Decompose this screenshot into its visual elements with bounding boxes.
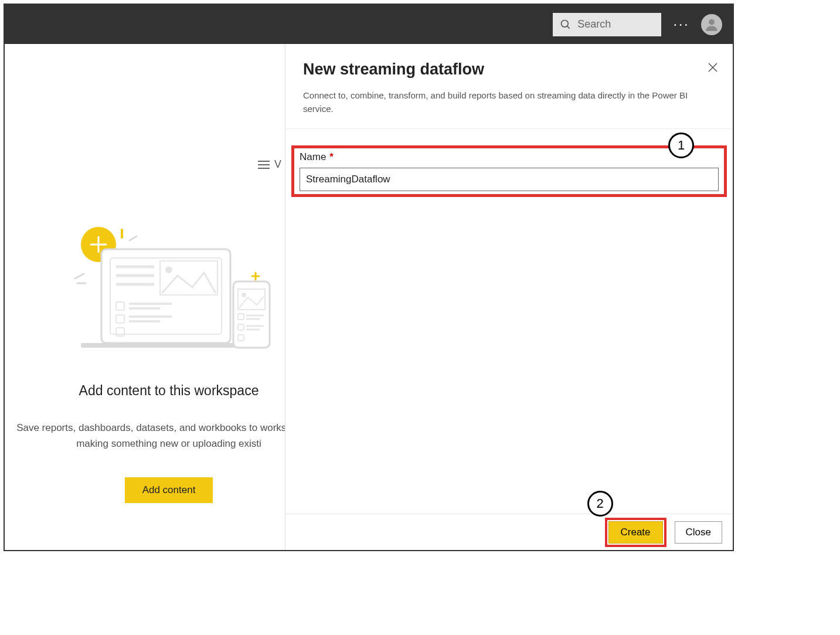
close-icon [707,62,719,73]
empty-state-title: Add content to this workspace [79,383,259,399]
new-streaming-dataflow-panel: New streaming dataflow Connect to, combi… [285,44,733,550]
person-icon [704,17,719,32]
search-box[interactable]: Search [553,13,661,36]
required-indicator: * [329,151,334,163]
panel-footer: Create 2 Close [285,514,733,550]
panel-description: Connect to, combine, transform, and buil… [303,89,715,116]
name-input[interactable] [300,168,719,191]
more-options-icon[interactable]: ··· [673,15,689,33]
callout-step-2: 2 [587,491,613,517]
svg-point-30 [242,293,246,297]
add-content-button[interactable]: Add content [125,477,213,503]
search-placeholder: Search [577,18,611,30]
svg-line-10 [130,236,137,240]
top-bar: Search ··· [5,5,733,44]
avatar[interactable] [701,14,722,35]
create-button[interactable]: Create [608,521,663,544]
svg-point-0 [562,20,569,27]
close-button[interactable]: Close [675,521,722,544]
svg-point-20 [165,266,172,273]
svg-line-11 [75,274,84,279]
svg-point-2 [709,19,715,25]
svg-line-1 [567,26,570,28]
name-field-block: Name * 1 [291,145,727,197]
svg-rect-19 [160,261,217,295]
svg-rect-15 [81,343,251,348]
search-icon [560,19,572,30]
empty-workspace-illustration [57,220,280,355]
callout-step-1: 1 [668,133,694,158]
empty-state-description: Save reports, dashboards, datasets, and … [5,420,333,451]
panel-title: New streaming dataflow [303,60,715,79]
close-panel-button[interactable] [707,62,719,76]
name-field-label: Name [300,151,326,163]
